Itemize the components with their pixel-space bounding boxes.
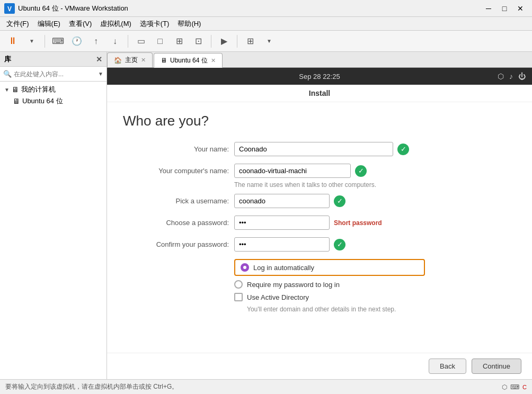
auto-login-label: Log in automatically [253,264,314,272]
home-tab-label: 主页 [125,56,138,65]
form-row-computer-name: Your computer's name: ✓ [123,164,516,178]
send-ctrl-alt-del-button[interactable]: ⌨ [49,33,66,49]
menu-view[interactable]: 查看(V) [65,18,96,30]
require-password-radio[interactable] [234,280,243,289]
toolbar: ⏸ ▼ ⌨ 🕐 ↑ ↓ ▭ □ ⊞ ⊡ ▶ ⊞ ▼ [0,31,532,52]
computer-name-hint: The name it uses when it talks to other … [234,181,516,189]
menu-vm[interactable]: 虚拟机(M) [96,18,136,30]
require-password-label: Require my password to log in [247,281,340,289]
home-tab-icon: 🏠 [114,57,122,64]
sidebar-close-button[interactable]: ✕ [96,55,102,64]
auto-login-radio[interactable] [241,263,249,272]
sidebar-item-ubuntu64[interactable]: 🖥 Ubuntu 64 位 [2,95,104,107]
confirm-password-valid-icon: ✓ [334,239,345,250]
app-icon: V [4,3,15,14]
status-bar-right: ⬡ ⌨ C [502,383,527,391]
tab-bar: 🏠 主页 ✕ 🖥 Ubuntu 64 位 ✕ [107,52,532,68]
sidebar-item-my-computer[interactable]: ▼ 🖥 我的计算机 [2,84,104,95]
computer-name-input[interactable] [234,164,351,178]
option-row-require-password: Require my password to log in [234,280,516,289]
menu-file[interactable]: 文件(F) [2,18,33,30]
label-confirm-password: Confirm your password: [123,240,229,248]
window-controls: ─ □ ✕ [481,1,528,16]
power-icon: ⏻ [518,72,526,80]
pause-dropdown[interactable]: ▼ [23,33,40,49]
continue-button[interactable]: Continue [472,359,521,374]
vm-settings-dropdown[interactable]: ▼ [261,33,278,49]
full-screen-button[interactable]: ▭ [132,33,149,49]
network-status-icon: ⬡ [498,72,504,80]
auto-login-option[interactable]: Log in automatically [234,259,425,276]
menu-bar: 文件(F) 编辑(E) 查看(V) 虚拟机(M) 选项卡(T) 帮助(H) [0,17,532,31]
close-button[interactable]: ✕ [513,1,528,16]
tab-home[interactable]: 🏠 主页 ✕ [107,52,153,67]
console-button[interactable]: ▶ [216,33,233,49]
toolbar-sep-1 [45,35,45,48]
computer-name-valid-icon: ✓ [355,165,367,177]
form-row-username: Pick a username: ✓ [123,194,516,208]
option-row-active-directory: Use Active Directory [234,293,516,301]
username-input[interactable] [234,194,330,208]
maximize-button[interactable]: □ [497,1,512,16]
sidebar-label-ubuntu64: Ubuntu 64 位 [22,96,63,106]
status-bar: 要将输入定向到该虚拟机，请在虚拟机内部单击或按 Ctrl+G。 ⬡ ⌨ C [0,379,532,394]
main-layout: 库 ✕ 🔍 ▼ ▼ 🖥 我的计算机 🖥 Ubuntu 64 位 🏠 [0,52,532,379]
ubuntu64-tab-close[interactable]: ✕ [211,57,216,64]
title-bar: V Ubuntu 64 位 - VMware Workstation ─ □ ✕ [0,0,532,17]
keyboard-status-bar-icon: ⌨ [510,383,519,391]
sidebar-label-my-computer: 我的计算机 [21,85,56,94]
password-input[interactable] [234,216,330,230]
toolbar-sep-2 [128,35,128,48]
volume-icon: ♪ [509,72,513,80]
sidebar-tree: ▼ 🖥 我的计算机 🖥 Ubuntu 64 位 [0,82,107,379]
unity-button[interactable]: □ [152,33,169,49]
ubuntu-topbar: Sep 28 22:25 ⬡ ♪ ⏻ [107,68,532,85]
installer-nav: Back Continue [107,353,532,379]
svg-text:V: V [7,5,12,13]
sidebar-search-input[interactable] [14,70,96,78]
snapshot-manager-button[interactable]: ↑ [87,33,104,49]
ubuntu-topbar-right: ⬡ ♪ ⏻ [498,72,526,80]
home-tab-close[interactable]: ✕ [141,57,146,64]
login-options: Log in automatically Require my password… [234,259,516,313]
tree-expand-icon: ▼ [4,87,10,93]
content-area: 🏠 主页 ✕ 🖥 Ubuntu 64 位 ✕ Sep 28 22:25 ⬡ ♪ … [107,52,532,379]
ubuntu-installer: Install Who are you? Your name: ✓ Y [107,85,532,379]
minimize-button[interactable]: ─ [481,1,496,16]
installer-body: Who are you? Your name: ✓ Your computer'… [107,102,532,353]
sidebar-title: 库 [4,55,11,64]
ubuntu64-tab-label: Ubuntu 64 位 [170,56,208,65]
back-button[interactable]: Back [429,359,466,374]
installer-title: Install [309,89,330,97]
label-username: Pick a username: [123,197,229,205]
vm-screen[interactable]: Sep 28 22:25 ⬡ ♪ ⏻ Install Who are you? … [107,68,532,379]
your-name-input[interactable] [234,142,393,156]
tabbed-view-button[interactable]: ⊞ [171,33,188,49]
active-directory-checkbox[interactable] [234,293,243,301]
search-icon: 🔍 [3,70,12,78]
installer-header: Install [107,85,532,102]
active-directory-hint: You'll enter domain and other details in… [247,306,516,313]
label-password: Choose a password: [123,219,229,227]
sidebar-dropdown-icon[interactable]: ▼ [98,71,103,77]
extended-button[interactable]: ⊡ [190,33,207,49]
radio-inner-dot [243,266,246,269]
menu-tabs[interactable]: 选项卡(T) [136,18,174,30]
status-text: 要将输入定向到该虚拟机，请在虚拟机内部单击或按 Ctrl+G。 [5,382,178,391]
computer-icon: 🖥 [12,85,19,94]
confirm-password-input[interactable] [234,237,330,252]
window-title: Ubuntu 64 位 - VMware Workstation [18,4,481,13]
pause-button[interactable]: ⏸ [4,33,21,49]
menu-edit[interactable]: 编辑(E) [33,18,65,30]
ubuntu-datetime: Sep 28 22:25 [299,73,340,80]
snapshot-button[interactable]: 🕐 [68,33,85,49]
network-status-bar-icon: ⬡ [502,383,507,391]
name-field-group: ✓ [234,142,516,156]
vm-settings-button[interactable]: ⊞ [242,33,259,49]
password-error: Short password [334,219,382,227]
tab-ubuntu64[interactable]: 🖥 Ubuntu 64 位 ✕ [154,53,223,68]
form-row-password: Choose a password: Short password [123,216,516,230]
menu-help[interactable]: 帮助(H) [173,18,205,30]
confirm-password-field-group: ✓ [234,237,516,252]
restore-snapshot-button[interactable]: ↓ [107,33,123,49]
